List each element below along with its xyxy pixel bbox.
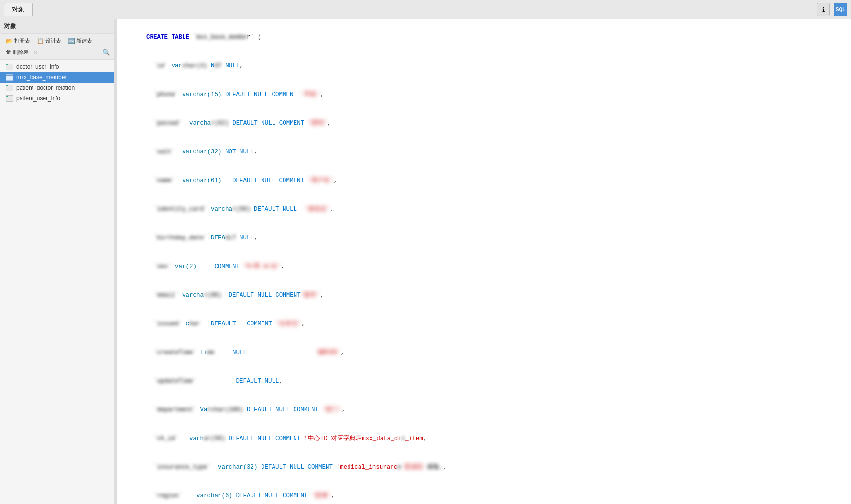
svg-rect-11 bbox=[6, 96, 8, 97]
sql-line-7: `identity_card` varchar(50) DEFAULT NULL… bbox=[125, 195, 843, 224]
table-item-patient-user-info[interactable]: patient_user_info bbox=[0, 93, 114, 104]
search-button[interactable]: 🔍 bbox=[101, 47, 111, 57]
sidebar-toolbar: 📂 打开表 📋 设计表 🆕 新建表 🗑 删除表 » 🔍 bbox=[0, 34, 114, 60]
new-table-button[interactable]: 🆕 新建表 bbox=[65, 36, 95, 46]
sidebar-header: 对象 bbox=[0, 19, 114, 34]
sql-line-8: `birthday_date` DEFAULT NULL, bbox=[125, 224, 843, 252]
info-icon-btn[interactable]: ℹ bbox=[817, 3, 830, 16]
svg-rect-10 bbox=[6, 97, 13, 97]
sql-line-3: `phone` varchar(15) DEFAULT NULL COMMENT… bbox=[125, 80, 843, 109]
sql-line-12: `createTime` Time NULL '建时间', bbox=[125, 338, 843, 367]
sidebar: 对象 📂 打开表 📋 设计表 🆕 新建表 🗑 删除表 » 🔍 bbox=[0, 19, 115, 504]
table-name-patient-user-info: patient_user_info bbox=[16, 95, 60, 102]
open-table-icon: 📂 bbox=[6, 38, 13, 44]
top-bar: 对象 ℹ SQL bbox=[0, 0, 851, 19]
sql-line-14: `department` Varchar(100) DEFAULT NULL C… bbox=[125, 396, 843, 424]
sql-line-9: `sex` var(2) COMMENT 'M/男 W/女', bbox=[125, 252, 843, 281]
toolbar-separator: » bbox=[33, 48, 39, 56]
design-table-icon: 📋 bbox=[37, 38, 44, 44]
tab-objects[interactable]: 对象 bbox=[4, 3, 33, 16]
table-name-patient-doctor-relation: patient_doctor_relation bbox=[16, 85, 75, 91]
svg-rect-8 bbox=[6, 85, 8, 86]
sql-line-1: CREATE TABLE `mxx_base_member` ( bbox=[125, 23, 843, 52]
open-table-label: 打开表 bbox=[14, 37, 30, 44]
design-table-button[interactable]: 📋 设计表 bbox=[34, 36, 64, 46]
top-bar-actions: ℹ SQL bbox=[817, 3, 847, 16]
new-table-icon: 🆕 bbox=[68, 38, 75, 44]
sql-line-13: `updateTime` DEFAULT NULL, bbox=[125, 367, 843, 396]
table-name-mxx-base-member: mxx_base_member bbox=[16, 74, 66, 81]
tab-bar: 对象 bbox=[4, 3, 33, 16]
info-icon: ℹ bbox=[822, 6, 825, 13]
sql-line-10: `email` varchar(80) DEFAULT NULL COMMENT… bbox=[125, 281, 843, 310]
svg-rect-1 bbox=[6, 65, 13, 65]
svg-rect-2 bbox=[6, 64, 8, 65]
sql-line-2: `id` varchar(3) NOT NULL, bbox=[125, 52, 843, 80]
table-icon-patient-user bbox=[6, 95, 13, 102]
table-name-doctor-user-info: doctor_user_info bbox=[16, 64, 59, 70]
svg-rect-5 bbox=[6, 75, 8, 75]
sql-line-15: `ch_id` varhar(50) DEFAULT NULL COMMENT … bbox=[125, 424, 843, 453]
sql-editor[interactable]: CREATE TABLE `mxx_base_member` ( `id` va… bbox=[117, 19, 851, 504]
sql-line-11: `issued` char DEFAULT COMMENT '右有无', bbox=[125, 310, 843, 338]
table-icon-mxx bbox=[6, 74, 13, 81]
delete-table-button[interactable]: 🗑 删除表 bbox=[3, 47, 32, 57]
delete-table-icon: 🗑 bbox=[6, 49, 11, 55]
sql-line-6: `name` varchar(61) DEFAULT NULL COMMENT … bbox=[125, 166, 843, 195]
table-list: doctor_user_info mxx_base_member patient… bbox=[0, 60, 114, 504]
sql-line-4: `passwd` varchar(62) DEFAULT NULL COMMEN… bbox=[125, 109, 843, 138]
table-icon-doctor bbox=[6, 64, 13, 70]
delete-table-label: 删除表 bbox=[13, 49, 29, 56]
table-icon-patient-doctor bbox=[6, 85, 13, 91]
design-table-label: 设计表 bbox=[45, 37, 61, 44]
sql-icon-btn[interactable]: SQL bbox=[834, 3, 847, 16]
sql-line-5: `salt` varchar(32) NOT NULL, bbox=[125, 138, 843, 166]
search-icon: 🔍 bbox=[102, 49, 110, 56]
new-table-label: 新建表 bbox=[76, 37, 92, 44]
sql-line-16: `insurance_type` varchar(32) DEFAULT NUL… bbox=[125, 453, 843, 482]
svg-rect-7 bbox=[6, 86, 13, 86]
sql-line-17: `region` varchar(6) DEFAULT NULL COMMENT… bbox=[125, 482, 843, 504]
table-item-doctor-user-info[interactable]: doctor_user_info bbox=[0, 62, 114, 72]
svg-rect-4 bbox=[6, 75, 13, 76]
main-layout: 对象 📂 打开表 📋 设计表 🆕 新建表 🗑 删除表 » 🔍 bbox=[0, 19, 851, 504]
open-table-button[interactable]: 📂 打开表 bbox=[3, 36, 33, 46]
table-item-patient-doctor-relation[interactable]: patient_doctor_relation bbox=[0, 83, 114, 93]
table-item-mxx-base-member[interactable]: mxx_base_member bbox=[0, 72, 114, 83]
sql-icon: SQL bbox=[836, 7, 846, 12]
